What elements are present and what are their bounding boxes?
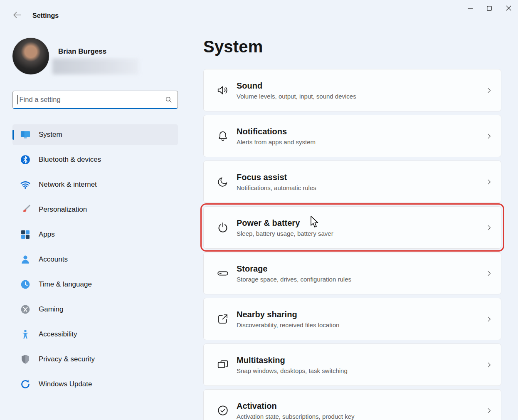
settings-card-activation[interactable]: ActivationActivation state, subscription… (203, 389, 501, 420)
sidebar-item-privacy-security[interactable]: Privacy & security (12, 349, 178, 370)
text-caret (17, 95, 18, 104)
user-name: Brian Burgess (58, 47, 106, 56)
settings-card-storage[interactable]: StorageStorage space, drives, configurat… (203, 252, 501, 294)
card-text: Nearby sharingDiscoverability, received … (237, 310, 486, 329)
chevron-right-icon (486, 87, 493, 94)
sidebar-item-gaming[interactable]: Gaming (12, 299, 178, 320)
apps-icon (20, 229, 31, 240)
user-email-blurred (52, 59, 139, 74)
card-subtitle: Sleep, battery usage, battery saver (237, 230, 486, 237)
gaming-icon (20, 304, 31, 315)
card-text: MultitaskingSnap windows, desktops, task… (237, 356, 486, 374)
personalization-icon (20, 204, 31, 215)
sidebar-item-personalization[interactable]: Personalization (12, 199, 178, 220)
card-subtitle: Alerts from apps and system (237, 138, 486, 146)
accounts-icon (20, 254, 31, 265)
sidebar-item-label: Privacy & security (39, 355, 95, 363)
sidebar-item-network-internet[interactable]: Network & internet (12, 174, 178, 195)
search-input[interactable] (20, 96, 165, 104)
bluetooth-icon (20, 154, 31, 166)
window-controls (461, 0, 518, 17)
card-title: Sound (237, 81, 486, 91)
card-subtitle: Notifications, automatic rules (237, 184, 486, 191)
storage-icon (217, 267, 229, 279)
card-text: ActivationActivation state, subscription… (237, 401, 486, 420)
chevron-right-icon (486, 316, 493, 323)
back-button[interactable] (10, 9, 24, 22)
search-icon (165, 96, 173, 104)
sidebar-item-label: Personalization (39, 205, 87, 214)
chevron-right-icon (486, 270, 493, 277)
card-subtitle: Discoverability, received files location (237, 321, 486, 329)
minimize-button[interactable] (461, 0, 480, 17)
card-text: NotificationsAlerts from apps and system (237, 127, 486, 146)
settings-card-notifications[interactable]: NotificationsAlerts from apps and system (203, 115, 501, 157)
settings-card-nearby-sharing[interactable]: Nearby sharingDiscoverability, received … (203, 298, 501, 340)
sidebar-item-bluetooth-devices[interactable]: Bluetooth & devices (12, 149, 178, 170)
card-title: Storage (237, 264, 486, 274)
sidebar-item-label: Windows Update (39, 380, 92, 388)
card-text: Power & batterySleep, battery usage, bat… (237, 218, 486, 237)
card-title: Multitasking (237, 356, 486, 365)
maximize-icon (487, 6, 492, 12)
windows-update-icon (20, 378, 31, 390)
system-icon (20, 129, 31, 141)
sidebar-item-windows-update[interactable]: Windows Update (12, 374, 178, 395)
settings-card-sound[interactable]: SoundVolume levels, output, input, sound… (203, 69, 501, 111)
sidebar-item-accounts[interactable]: Accounts (12, 249, 178, 270)
power-icon (217, 221, 229, 234)
activation-icon (217, 404, 229, 417)
accessibility-icon (20, 329, 31, 340)
multitasking-icon (217, 358, 229, 371)
settings-card-multitasking[interactable]: MultitaskingSnap windows, desktops, task… (203, 343, 501, 386)
settings-card-focus-assist[interactable]: Focus assistNotifications, automatic rul… (203, 161, 501, 203)
chevron-right-icon (486, 361, 493, 368)
titlebar: Settings (0, 0, 518, 23)
privacy-icon (20, 353, 31, 365)
notifications-icon (217, 130, 229, 142)
chevron-right-icon (486, 133, 493, 140)
card-text: StorageStorage space, drives, configurat… (237, 264, 486, 283)
chevron-right-icon (486, 224, 493, 231)
card-title: Focus assist (237, 173, 486, 182)
sidebar-nav: SystemBluetooth & devicesNetwork & inter… (12, 124, 178, 399)
chevron-right-icon (486, 178, 493, 185)
page-title: System (203, 37, 263, 56)
sidebar-item-accessibility[interactable]: Accessibility (12, 324, 178, 345)
sidebar-item-system[interactable]: System (12, 124, 178, 145)
sidebar-item-label: Gaming (39, 305, 64, 314)
card-subtitle: Activation state, subscriptions, product… (237, 413, 486, 420)
card-title: Notifications (237, 127, 486, 136)
close-button[interactable] (499, 0, 518, 17)
arrow-left-icon (13, 12, 21, 20)
nearby-sharing-icon (217, 313, 229, 325)
settings-card-power-battery[interactable]: Power & batterySleep, battery usage, bat… (203, 206, 501, 249)
card-subtitle: Snap windows, desktops, task switching (237, 367, 486, 374)
card-title: Power & battery (237, 218, 486, 228)
minimize-icon (468, 6, 473, 12)
search-box[interactable] (12, 91, 178, 109)
network-icon (20, 179, 31, 190)
avatar[interactable] (12, 38, 49, 74)
sidebar-item-time-language[interactable]: Time & language (12, 274, 178, 295)
sidebar-item-label: System (39, 131, 62, 139)
card-subtitle: Volume levels, output, input, sound devi… (237, 93, 486, 100)
sidebar-item-label: Time & language (39, 280, 92, 289)
card-title: Nearby sharing (237, 310, 486, 319)
card-title: Activation (237, 401, 486, 411)
close-icon (506, 5, 511, 12)
sidebar-item-label: Bluetooth & devices (39, 156, 101, 164)
settings-card-list: SoundVolume levels, output, input, sound… (203, 69, 501, 420)
chevron-right-icon (486, 407, 493, 414)
focus-assist-icon (217, 175, 229, 188)
time-language-icon (20, 279, 31, 290)
sidebar-item-label: Accessibility (39, 330, 77, 338)
app-title: Settings (32, 12, 59, 20)
sidebar-item-apps[interactable]: Apps (12, 224, 178, 245)
sidebar-item-label: Apps (39, 230, 55, 239)
sound-icon (217, 84, 229, 96)
sidebar-item-label: Network & internet (39, 180, 97, 189)
maximize-button[interactable] (480, 0, 499, 17)
card-subtitle: Storage space, drives, configuration rul… (237, 276, 486, 283)
card-text: SoundVolume levels, output, input, sound… (237, 81, 486, 100)
